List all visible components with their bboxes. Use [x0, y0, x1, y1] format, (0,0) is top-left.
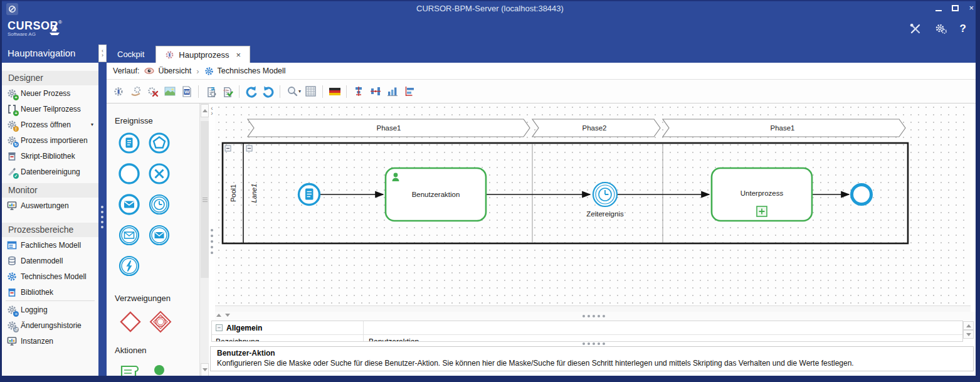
- language-german-button[interactable]: [326, 83, 343, 100]
- dropdown-caret-icon[interactable]: ▾: [91, 122, 93, 127]
- subprocess-unterprozess: Unterprozess: [712, 168, 812, 221]
- sidebar-collapse-control[interactable]: ‹›: [98, 45, 107, 62]
- sidebar-item-auswertungen[interactable]: Auswertungen: [2, 198, 98, 213]
- property-row[interactable]: Bezeichnung Benutzeraktion: [212, 335, 962, 342]
- timer-event-icon[interactable]: [148, 193, 171, 216]
- script-action-icon[interactable]: [118, 361, 140, 377]
- pentagon-event-icon[interactable]: [148, 132, 171, 154]
- maximize-button[interactable]: [952, 5, 959, 11]
- error-event-icon[interactable]: [118, 255, 140, 277]
- zoom-button[interactable]: [283, 83, 300, 100]
- scrollbar-thumb[interactable]: [201, 121, 209, 278]
- sidebar-item-datenmodell[interactable]: Datenmodell: [2, 253, 98, 268]
- property-grid-scrollbar[interactable]: [963, 321, 974, 339]
- sidebar-item-instanzen[interactable]: Instanzen: [2, 333, 98, 349]
- sidebar-item-prozess-oeffnen[interactable]: ! Prozess öffnen ▾: [2, 117, 98, 132]
- cancel-event-icon[interactable]: [148, 162, 171, 185]
- scroll-down-arrow[interactable]: [201, 363, 209, 376]
- zoom-dropdown-caret[interactable]: ▾: [298, 88, 301, 94]
- splitter-grip[interactable]: [582, 315, 605, 317]
- tools-icon[interactable]: [910, 23, 922, 34]
- process-settings-button[interactable]: [202, 83, 219, 100]
- expand-up-arrow[interactable]: [216, 314, 221, 317]
- sidebar-item-neuer-teilprozess[interactable]: + Neuer Teilprozess: [2, 101, 98, 117]
- breadcrumb-label: Verlauf:: [113, 66, 139, 75]
- svg-text:Phase2: Phase2: [582, 124, 606, 132]
- canvas-properties-splitter[interactable]: [215, 312, 976, 321]
- state-action-icon[interactable]: [148, 361, 171, 377]
- sidebar-item-fachliches-modell[interactable]: Fachliches Modell: [2, 237, 98, 253]
- section-header-designer: Designer: [2, 71, 98, 85]
- description-title: Benutzer-Aktion: [217, 349, 967, 358]
- scroll-up-arrow[interactable]: [963, 321, 974, 330]
- palette-section-aktionen: Aktionen: [115, 346, 199, 355]
- gear-plus-icon: +: [7, 88, 17, 98]
- message-start-event-icon[interactable]: [118, 193, 140, 216]
- sidebar-divider: [6, 300, 95, 301]
- grid-button[interactable]: [302, 83, 319, 100]
- sidebar-item-datenbereinigung[interactable]: ✓ Datenbereinigung: [2, 164, 98, 179]
- message-catch-event-icon[interactable]: [118, 224, 140, 247]
- export-word-button[interactable]: W: [178, 83, 195, 100]
- sidebar-item-technisches-modell[interactable]: Technisches Modell: [2, 268, 98, 284]
- palette-section-ereignisse: Ereignisse: [115, 116, 199, 125]
- minimize-button[interactable]: [935, 10, 942, 11]
- settings-gears-icon[interactable]: [935, 23, 947, 34]
- undo-button[interactable]: [243, 83, 260, 100]
- start-event-icon[interactable]: [118, 162, 140, 185]
- eye-icon: [144, 67, 154, 75]
- exclusive-gateway-icon[interactable]: [118, 309, 140, 332]
- redo-button[interactable]: [260, 83, 277, 100]
- gear-import-icon: ↻: [7, 135, 17, 146]
- scroll-down-arrow[interactable]: [963, 330, 974, 339]
- align-vertical-button[interactable]: [350, 83, 367, 100]
- cleanup-brush-icon: ✓: [7, 167, 17, 177]
- sidebar-item-neuer-prozess[interactable]: + Neuer Prozess: [2, 85, 98, 101]
- scroll-up-arrow[interactable]: [201, 104, 209, 117]
- sidebar-item-bibliothek[interactable]: Bibliothek: [2, 284, 98, 300]
- statistics-button[interactable]: [384, 83, 401, 100]
- sidebar-splitter[interactable]: ‹›: [98, 44, 107, 377]
- properties-description-splitter[interactable]: [215, 342, 971, 346]
- process-gear-button[interactable]: [110, 83, 127, 100]
- process-canvas[interactable]: Phase1 Phase2 Phase1 Pool1 Lane1: [215, 103, 971, 305]
- close-button[interactable]: ×: [969, 4, 974, 12]
- breadcrumb-separator: ›: [196, 66, 199, 76]
- message-throw-event-icon[interactable]: [148, 224, 171, 247]
- sidebar: Hauptnavigation Designer + Neuer Prozess…: [2, 44, 98, 377]
- splitter-grip[interactable]: [582, 342, 605, 345]
- canvas-horizontal-scrollbar[interactable]: [215, 305, 971, 312]
- sidebar-item-skript-bibliothek[interactable]: Skript-Bibliothek: [2, 148, 98, 164]
- sidebar-item-logging[interactable]: ≡ Logging: [2, 302, 98, 317]
- tab-close-icon[interactable]: ×: [236, 50, 241, 60]
- tab-cockpit[interactable]: Cockpit: [108, 46, 153, 63]
- collapse-group-icon[interactable]: −: [216, 324, 223, 331]
- export-image-button[interactable]: [161, 83, 178, 100]
- delete-process-button[interactable]: [144, 83, 161, 100]
- checkout-process-button[interactable]: [127, 83, 144, 100]
- distribute-horizontal-button[interactable]: [367, 83, 384, 100]
- splitter-collapse-control[interactable]: ‹›: [209, 106, 214, 116]
- breadcrumb-uebersicht[interactable]: Übersicht: [144, 66, 191, 75]
- align-left-button[interactable]: [401, 83, 418, 100]
- sidebar-item-prozess-importieren[interactable]: ↻ Prozess importieren: [2, 132, 98, 148]
- start-event: [299, 184, 320, 205]
- svg-text:Zeitereignis: Zeitereignis: [586, 210, 624, 218]
- bpmn-palette: Ereignisse: [107, 103, 199, 377]
- splitter-grip[interactable]: [101, 206, 103, 228]
- collapse-down-arrow[interactable]: [225, 314, 230, 317]
- help-icon[interactable]: ?: [960, 23, 966, 35]
- start-document-event-icon[interactable]: [118, 132, 140, 154]
- phase-band: Phase1 Phase2 Phase1: [248, 119, 905, 137]
- breadcrumb-technisches-modell[interactable]: Technisches Modell: [204, 66, 286, 76]
- sidebar-item-aenderungshistorie[interactable]: ↺ Änderungshistorie: [2, 317, 98, 333]
- history-icon: ↺: [7, 321, 17, 331]
- gear-icon: [204, 66, 214, 76]
- svg-text:Phase1: Phase1: [376, 124, 401, 132]
- tab-hauptprozess[interactable]: Hauptprozess ×: [155, 46, 250, 63]
- palette-scrollbar[interactable]: [199, 103, 209, 377]
- timer-event: Zeitereignis: [586, 183, 624, 218]
- splitter-grip[interactable]: [211, 229, 213, 254]
- inclusive-gateway-icon[interactable]: [148, 309, 171, 332]
- validate-script-button[interactable]: </>: [219, 83, 236, 100]
